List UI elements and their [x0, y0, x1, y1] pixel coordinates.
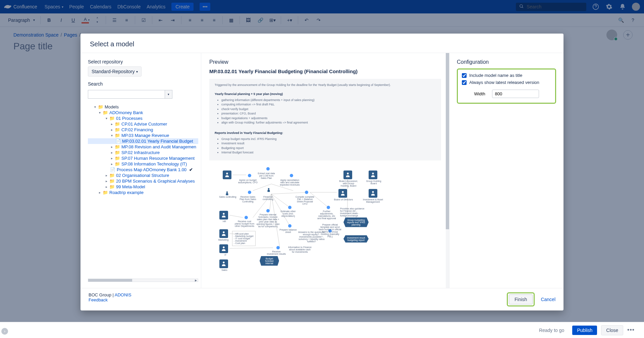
width-input[interactable] [492, 90, 539, 98]
footer-company: BOC Group [89, 292, 111, 297]
cancel-link[interactable]: Cancel [541, 297, 555, 302]
footer-product-link[interactable]: ADONIS [115, 292, 131, 297]
search-label: Search [88, 81, 198, 87]
tree-roadtrip[interactable]: ▸📁 Roadtrip example [88, 190, 198, 195]
tree-cp01[interactable]: ▸📁 CP.01 Advise Customer [88, 121, 198, 127]
status-text: Ready to go [9, 328, 564, 333]
check-icon: ✔ [189, 167, 193, 172]
tree-cp02[interactable]: ▸📁 CP.02 Financing [88, 127, 198, 133]
svg-point-2 [226, 191, 228, 193]
feedback-link[interactable]: Feedback [89, 297, 507, 302]
preview-vscrollbar[interactable] [446, 53, 449, 288]
publish-button[interactable]: Publish [572, 326, 597, 335]
actor-icon [223, 171, 231, 179]
expand-sidebar-button[interactable]: › [1, 328, 8, 335]
actor-icon [343, 171, 352, 179]
tree-sp08[interactable]: ▸📁 SP.08 Information Technology (IT) [88, 161, 198, 167]
actor-icon [219, 259, 228, 268]
repository-panel: Select repository Standard-Repository ▾ … [80, 53, 201, 288]
preview-description: Triggered by the announcement of the Gro… [209, 79, 441, 160]
search-dropdown-button[interactable]: ▾ [165, 90, 172, 99]
actor-icon [219, 229, 228, 238]
tree-org[interactable]: ▸📁 02 Organisational Structure [88, 173, 198, 178]
actor-icon [369, 189, 377, 198]
config-label: Configuration [457, 59, 556, 65]
tree-models[interactable]: ▾📁 Models [88, 104, 198, 110]
select-model-modal: Select a model Select repository Standar… [80, 34, 564, 310]
width-label: Width [474, 91, 485, 96]
include-title-checkbox[interactable] [462, 73, 467, 78]
repo-select[interactable]: Standard-Repository ▾ [88, 66, 142, 77]
config-highlight-box: Include model name as title Always show … [457, 68, 556, 104]
modal-overlay: Select a model Select repository Standar… [0, 0, 644, 338]
tree-bpm[interactable]: ▸📁 20 BPM Scenarios & Graphical Analyses [88, 178, 198, 184]
modal-title: Select a model [80, 34, 564, 53]
svg-point-3 [268, 188, 270, 190]
tree-mp03[interactable]: ▾📁 MP.03 Manage Revenue [88, 133, 198, 138]
actor-icon [219, 244, 228, 253]
actor-icon [219, 211, 228, 220]
tree-sp02[interactable]: ▸📁 SP.02 Infrastructure [88, 150, 198, 155]
preview-panel: Preview MP.03.02.01 Yearly Financial Bud… [201, 53, 449, 288]
latest-version-checkbox[interactable] [462, 80, 467, 85]
tree-sp07[interactable]: ▸📁 SP.07 Human Resource Management [88, 155, 198, 161]
diagram-preview: Extract real data per LOB from Sales Pla… [209, 164, 441, 288]
tree-mp08[interactable]: ▸📁 MP.08 Revision and Audit Managemen [88, 144, 198, 150]
model-search-input[interactable] [88, 90, 165, 99]
tree-process-map[interactable]: 📄 Process Map ADOmoney Bank 1.00✔ [88, 167, 198, 173]
preview-subtitle: MP.03.02.01 Yearly Financial Budgeting (… [209, 68, 441, 74]
finish-button[interactable]: Finish [509, 294, 533, 304]
preview-label: Preview [209, 59, 441, 65]
tree-meta[interactable]: ▸📁 99 Meta-Model [88, 184, 198, 190]
tree-adomoney[interactable]: ▾📁 ADOmoney Bank [88, 110, 198, 115]
actor-icon [338, 189, 347, 198]
editor-bottom-bar: Ready to go Publish Close ••• [0, 322, 644, 338]
tree-mp030201[interactable]: 📄 MP.03.02.01 Yearly Financial Budget [88, 138, 198, 144]
check-include-title[interactable]: Include model name as title [462, 73, 551, 78]
modal-footer: BOC Group | ADONIS Feedback Finish Cance… [80, 288, 564, 310]
actor-icon [369, 171, 377, 179]
check-latest-version[interactable]: Always show latest released version [462, 80, 551, 85]
model-tree: ▾📁 Models ▾📁 ADOmoney Bank ▾📁 01 Process… [88, 104, 198, 277]
repo-label: Select repository [88, 59, 198, 64]
bottom-more-button[interactable]: ••• [627, 327, 635, 334]
tree-processes[interactable]: ▾📁 01 Processes [88, 115, 198, 121]
configuration-panel: Configuration Include model name as titl… [449, 53, 564, 288]
tree-hscrollbar[interactable]: ◀ ▶ [88, 279, 198, 282]
chevron-down-icon: ▾ [136, 70, 138, 74]
close-button[interactable]: Close [601, 325, 623, 335]
